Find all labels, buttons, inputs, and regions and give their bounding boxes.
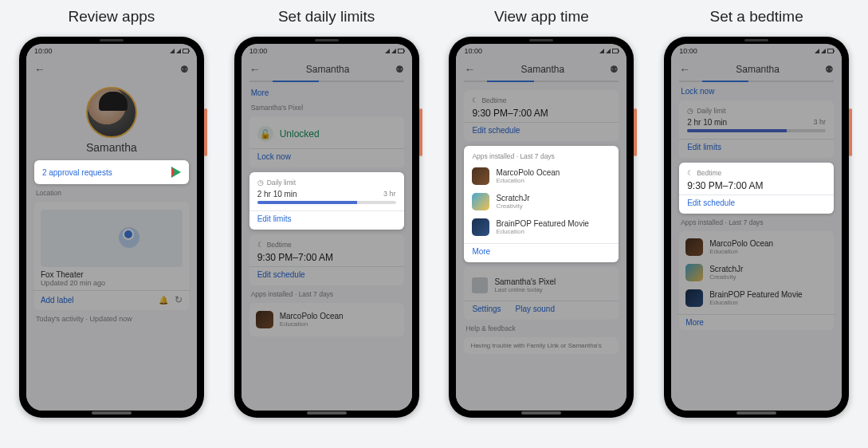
app-row[interactable]: MarcoPolo OceanEducation: [472, 163, 611, 189]
back-icon[interactable]: [249, 63, 261, 76]
place-updated: Updated 20 min ago: [41, 279, 105, 287]
wifi-icon: [815, 49, 819, 53]
apps-card: Apps installed · Last 7 days MarcoPolo O…: [464, 146, 619, 262]
edit-schedule-link[interactable]: Edit schedule: [472, 126, 520, 135]
daily-limit-label: Daily limit: [267, 179, 296, 187]
app-bar-title: Samantha: [521, 64, 565, 75]
today-activity: Today's activity · Updated now: [36, 315, 187, 323]
moon-icon: [257, 241, 264, 249]
edit-schedule-link[interactable]: Edit schedule: [257, 270, 305, 279]
back-icon[interactable]: [34, 63, 45, 76]
invite-icon[interactable]: [610, 64, 619, 75]
app-bar: [26, 58, 197, 81]
app-icon-scratch: [472, 193, 489, 210]
play-sound-link[interactable]: Play sound: [516, 305, 555, 313]
device-name: Samantha's Pixel: [494, 277, 556, 286]
wifi-icon: [170, 49, 175, 53]
bedtime-card-dim[interactable]: Bedtime 9:30 PM–7:00 AM Edit schedule: [249, 234, 404, 285]
phone-frame-3: 10:00 Samantha Bedtime 9:30 PM–7:00 AM E…: [449, 37, 634, 418]
title-4: Set a bedtime: [710, 8, 803, 26]
battery-icon: [827, 49, 834, 53]
tab-indicator: [464, 81, 619, 82]
battery-icon: [183, 49, 189, 53]
bell-icon[interactable]: [159, 296, 168, 305]
app-icon-scratch: [685, 264, 703, 281]
col-set-bedtime: Set a bedtime 10:00 Samantha Lock now Da…: [657, 8, 856, 418]
app-name: BrainPOP Featured Movie: [709, 290, 803, 299]
bedtime-label: Bedtime: [481, 96, 506, 104]
screen-3: 10:00 Samantha Bedtime 9:30 PM–7:00 AM E…: [456, 44, 626, 411]
bedtime-value: 9:30 PM–7:00 AM: [687, 180, 826, 191]
back-icon[interactable]: [679, 63, 690, 76]
limit-progress: [257, 201, 396, 204]
app-row[interactable]: ScratchJrCreativity: [472, 189, 611, 214]
clock-time: 10:00: [249, 47, 268, 55]
app-cat: Education: [496, 228, 589, 235]
moon-icon: [687, 169, 693, 177]
limit-max: 3 hr: [383, 190, 396, 198]
app-name: ScratchJr: [709, 265, 743, 273]
daily-limit-card[interactable]: Daily limit 2 hr 10 min 3 hr Edit limits: [249, 172, 404, 230]
bedtime-card[interactable]: Bedtime 9:30 PM–7:00 AM Edit schedule: [679, 163, 834, 214]
last-online: Last online today: [494, 286, 556, 293]
app-cat: Education: [280, 320, 344, 328]
lock-now-link[interactable]: Lock now: [257, 152, 291, 161]
device-status-card[interactable]: Samantha's PixelLast online today Settin…: [464, 267, 619, 320]
more-link[interactable]: More: [251, 88, 403, 97]
edit-schedule-link[interactable]: Edit schedule: [687, 198, 735, 207]
app-bar-title: Samantha: [736, 64, 780, 75]
invite-icon[interactable]: [395, 64, 404, 75]
daily-limit-card-dim[interactable]: Daily limit 2 hr 10 min 3 hr Edit limits: [679, 100, 834, 158]
limit-progress: [687, 129, 826, 132]
lock-now-link[interactable]: Lock now: [681, 87, 832, 96]
location-card[interactable]: Fox Theater Updated 20 min ago Add label: [34, 202, 189, 310]
edit-limits-link[interactable]: Edit limits: [257, 214, 292, 223]
more-link[interactable]: More: [472, 247, 490, 256]
app-row[interactable]: BrainPOP Featured MovieEducation: [685, 285, 827, 311]
device-card[interactable]: 🔓 Unlocked Lock now: [249, 116, 404, 167]
apps-label: Apps installed · Last 7 days: [681, 218, 832, 226]
invite-icon[interactable]: [825, 64, 834, 75]
tab-indicator: [249, 81, 404, 82]
refresh-icon[interactable]: [175, 296, 183, 305]
title-3: View app time: [494, 8, 589, 26]
more-link[interactable]: More: [685, 318, 704, 327]
signal-icon: [821, 49, 826, 53]
app-cat: Creativity: [709, 273, 743, 281]
app-cat: Creativity: [496, 202, 529, 210]
invite-icon[interactable]: [180, 64, 189, 75]
app-row[interactable]: BrainPOP Featured MovieEducation: [472, 214, 611, 240]
battery-icon: [398, 49, 404, 53]
settings-link[interactable]: Settings: [472, 305, 501, 313]
app-bar: Samantha: [671, 58, 842, 81]
col-review-apps: Review apps 10:00: [12, 8, 211, 418]
avatar[interactable]: [86, 87, 137, 138]
app-icon-marco: [256, 311, 273, 328]
phone-frame-2: 10:00 Samantha More Samantha's Pixel 🔓 U…: [234, 37, 419, 418]
app-row[interactable]: MarcoPolo OceanEducation: [685, 234, 827, 260]
back-icon[interactable]: [464, 63, 475, 76]
app-row-dim[interactable]: MarcoPolo OceanEducation: [249, 303, 404, 336]
approval-card[interactable]: 2 approval requests: [34, 160, 189, 184]
help-card[interactable]: Having trouble with Family Link or Saman…: [464, 337, 619, 354]
app-cat: Education: [709, 248, 773, 255]
location-label: Location: [36, 189, 187, 197]
phones-row: Review apps 10:00: [12, 8, 856, 418]
phone-frame-1: 10:00 Samantha 2 approval req: [19, 37, 204, 418]
approval-text: 2 approval requests: [42, 168, 112, 177]
bedtime-label: Bedtime: [267, 241, 292, 249]
bedtime-card-dim[interactable]: Bedtime 9:30 PM–7:00 AM Edit schedule: [464, 90, 619, 141]
app-name: MarcoPolo Ocean: [280, 312, 344, 320]
unlocked-text: Unlocked: [280, 128, 320, 140]
app-row[interactable]: ScratchJrCreativity: [685, 260, 827, 285]
status-bar: 10:00: [671, 44, 842, 58]
play-store-icon: [171, 167, 181, 178]
signal-icon: [391, 49, 396, 53]
edit-limits-link[interactable]: Edit limits: [687, 143, 721, 151]
apps-label: Apps installed · Last 7 days: [472, 152, 611, 160]
help-label: Help & feedback: [465, 324, 617, 332]
child-name: Samantha: [26, 141, 197, 154]
status-bar: 10:00: [456, 44, 626, 58]
add-label-link[interactable]: Add label: [41, 296, 74, 305]
moon-icon: [472, 96, 478, 104]
